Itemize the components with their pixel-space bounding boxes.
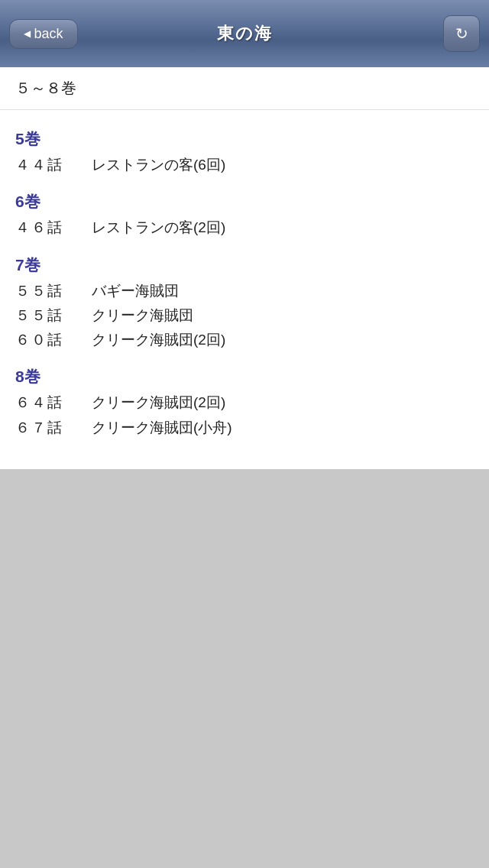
refresh-button[interactable]: ↻ [443,15,480,52]
chapter-title: クリーク海賊団(2回) [92,328,225,352]
chapter-title: レストランの客(2回) [92,215,225,240]
chapter-entry: ６０話 クリーク海賊団(2回) [15,328,474,352]
chapter-number: ４６話 [15,215,92,240]
chapter-title: クリーク海賊団(小舟) [92,416,232,440]
chapter-number: ５５話 [15,303,92,328]
chapter-number: ６４話 [15,390,92,415]
chapter-entry: ４４話 レストランの客(6回) [15,153,474,177]
volume-title: 5巻 [15,128,474,150]
chapter-number: ５５話 [15,279,92,303]
volume-section: 7巻５５話 バギー海賊団５５話 クリーク海賊団６０話 クリーク海賊団(2回) [15,254,474,353]
page-title: 東の海 [217,22,273,45]
chapter-title: クリーク海賊団 [92,303,193,328]
chapter-number: ６０話 [15,328,92,352]
chapter-number: ６７話 [15,416,92,440]
chapter-number: ４４話 [15,153,92,177]
volume-section: 8巻６４話 クリーク海賊団(2回)６７話 クリーク海賊団(小舟) [15,366,474,440]
volume-title: 6巻 [15,191,474,212]
chapter-entry: ４６話 レストランの客(2回) [15,215,474,240]
content-area: ５～８巻 5巻４４話 レストランの客(6回)6巻４６話 レストランの客(2回)7… [0,67,489,469]
navigation-bar: back 東の海 ↻ [0,0,489,67]
volume-section: 5巻４４話 レストランの客(6回) [15,128,474,177]
range-header: ５～８巻 [0,67,489,110]
volumes-container: 5巻４４話 レストランの客(6回)6巻４６話 レストランの客(2回)7巻５５話 … [0,110,489,469]
range-text: ５～８巻 [15,79,76,96]
chapter-entry: ６７話 クリーク海賊団(小舟) [15,416,474,440]
volume-title: 8巻 [15,366,474,387]
chapter-entry: ５５話 クリーク海賊団 [15,303,474,328]
chapter-entry: ５５話 バギー海賊団 [15,279,474,303]
chapter-entry: ６４話 クリーク海賊団(2回) [15,390,474,415]
refresh-icon: ↻ [455,24,468,43]
back-label: back [34,26,63,42]
volume-title: 7巻 [15,254,474,276]
back-button[interactable]: back [9,19,78,49]
chapter-title: レストランの客(6回) [92,153,225,177]
volume-section: 6巻４６話 レストランの客(2回) [15,191,474,240]
chapter-title: バギー海賊団 [92,279,179,303]
chapter-title: クリーク海賊団(2回) [92,390,225,415]
